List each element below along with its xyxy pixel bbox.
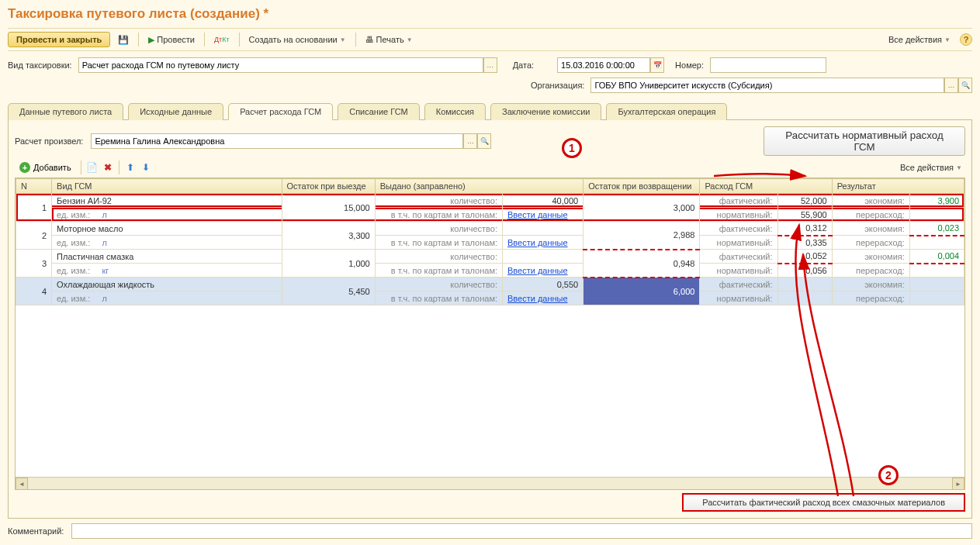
lookup-button[interactable]: …: [483, 57, 497, 73]
calc-normative-button[interactable]: Рассчитать нормативный расход ГСМ: [764, 126, 965, 156]
table-row[interactable]: 3 Пластичная смазка 1,000 количество: 0,…: [16, 250, 964, 264]
cell-n: 4: [16, 278, 52, 305]
cell-name: Пластичная смазка: [52, 250, 282, 264]
col-result[interactable]: Результат: [832, 179, 964, 194]
norm-label: нормативный:: [700, 264, 777, 278]
cell-qty[interactable]: [503, 222, 583, 236]
lookup-button[interactable]: …: [944, 78, 958, 93]
org-input[interactable]: [590, 78, 944, 93]
date-input[interactable]: [557, 57, 650, 73]
cell-eco: 0,004: [909, 250, 964, 264]
scroll-right-button[interactable]: ►: [952, 478, 964, 490]
col-consumption[interactable]: Расход ГСМ: [700, 179, 832, 194]
separator: [204, 33, 205, 47]
cell-rest-back[interactable]: 0,948: [583, 250, 700, 278]
cell-name: Моторное масло: [52, 222, 282, 236]
search-button[interactable]: 🔍: [958, 78, 972, 93]
table-row-sub[interactable]: ед. изм.: л в т.ч. по картам и талонам: …: [16, 208, 964, 222]
overrun-label: перерасход:: [832, 291, 909, 305]
grid[interactable]: N Вид ГСМ Остаток при выезде Выдано (зап…: [15, 178, 965, 490]
search-button[interactable]: 🔍: [477, 133, 491, 149]
tax-type-input[interactable]: [78, 57, 483, 73]
table-row[interactable]: 1 Бензин АИ-92 15,000 количество: 40,000…: [16, 194, 964, 208]
col-issued[interactable]: Выдано (заправлено): [375, 179, 583, 194]
calendar-button[interactable]: 📅: [650, 57, 664, 73]
table-row-sub[interactable]: ед. изм.: л в т.ч. по картам и талонам: …: [16, 291, 964, 305]
col-rest-out[interactable]: Остаток при выезде: [282, 179, 375, 194]
table-row[interactable]: 4 Охлаждающая жидкость 5,450 количество:…: [16, 278, 964, 291]
calendar-icon: 📅: [653, 61, 662, 69]
horizontal-scrollbar[interactable]: ◄ ►: [16, 477, 964, 489]
grid-all-actions-button[interactable]: Все действия ▼: [897, 161, 965, 174]
submit-and-close-button[interactable]: Провести и закрыть: [8, 32, 110, 47]
qty-label: количество:: [375, 250, 502, 264]
submit-button[interactable]: ▶Провести: [145, 33, 198, 47]
economy-label: экономия:: [832, 250, 909, 264]
overrun-label: перерасход:: [832, 236, 909, 250]
number-label: Номер:: [675, 60, 707, 70]
made-by-input[interactable]: [91, 133, 463, 149]
tab-conclusion[interactable]: Заключение комиссии: [490, 103, 601, 120]
dt-kt-button[interactable]: ДтКт: [211, 34, 233, 45]
save-icon-button[interactable]: 💾: [115, 33, 132, 47]
cell-over: [909, 208, 964, 222]
cell-name: Охлаждающая жидкость: [52, 278, 282, 291]
comment-input[interactable]: [71, 523, 972, 539]
create-based-on-button[interactable]: Создать на основании ▼: [246, 33, 349, 46]
help-icon[interactable]: ?: [960, 33, 972, 46]
cell-qty[interactable]: 40,000: [503, 194, 583, 208]
move-up-button[interactable]: ⬆: [124, 161, 137, 174]
cell-qty[interactable]: [503, 250, 583, 264]
main-toolbar: Провести и закрыть 💾 ▶Провести ДтКт Созд…: [8, 28, 972, 51]
overrun-label: перерасход:: [832, 208, 909, 222]
table-row-sub[interactable]: ед. изм.: л в т.ч. по картам и талонам: …: [16, 236, 964, 250]
copy-row-button[interactable]: 📄: [86, 161, 99, 174]
tab-commission[interactable]: Комиссия: [424, 103, 486, 120]
cell-qty[interactable]: 0,550: [503, 278, 583, 291]
enter-data-link[interactable]: Ввести данные: [507, 238, 568, 247]
cell-over: [909, 291, 964, 305]
cell-actual: 0,052: [777, 250, 832, 264]
enter-data-link[interactable]: Ввести данные: [507, 294, 568, 303]
cards-label: в т.ч. по картам и талонам:: [375, 291, 502, 305]
cell-rest-back[interactable]: 2,988: [583, 222, 700, 250]
move-down-button[interactable]: ⬇: [140, 161, 152, 174]
page-title: Таксировка путевого листа (создание) *: [8, 6, 972, 22]
dtkt-icon: ДтКт: [214, 36, 230, 43]
tab-route-data[interactable]: Данные путевого листа: [8, 103, 123, 120]
add-row-button[interactable]: +Добавить: [15, 161, 76, 174]
separator: [355, 33, 356, 47]
print-button[interactable]: 🖶 Печать ▼: [362, 33, 416, 46]
economy-label: экономия:: [832, 278, 909, 291]
tab-content: Расчет произвел: … 🔍 Рассчитать норматив…: [8, 120, 972, 519]
col-n[interactable]: N: [16, 179, 52, 194]
annotation-marker-1: 1: [562, 138, 582, 158]
tab-writeoff[interactable]: Списание ГСМ: [338, 103, 420, 120]
norm-label: нормативный:: [700, 208, 777, 222]
scroll-left-button[interactable]: ◄: [16, 478, 28, 490]
chevron-down-icon: ▼: [407, 36, 413, 43]
all-actions-button[interactable]: Все действия ▼: [885, 33, 954, 46]
qty-label: количество:: [375, 194, 502, 208]
calc-actual-all-button[interactable]: Рассчитать фактический расход всех смазо…: [682, 493, 965, 512]
norm-label: нормативный:: [700, 291, 777, 305]
delete-row-button[interactable]: ✖: [102, 161, 114, 174]
tab-fuel-calc[interactable]: Расчет расхода ГСМ: [228, 103, 333, 120]
lookup-button[interactable]: …: [463, 133, 477, 149]
col-type[interactable]: Вид ГСМ: [52, 179, 282, 194]
enter-data-link[interactable]: Ввести данные: [507, 210, 568, 219]
cell-norm: [777, 291, 832, 305]
tab-source-data[interactable]: Исходные данные: [128, 103, 223, 120]
table-row-sub[interactable]: ед. изм.: кг в т.ч. по картам и талонам:…: [16, 264, 964, 278]
actual-label: фактический:: [700, 278, 777, 291]
cell-rest-back[interactable]: 6,000: [583, 278, 700, 305]
enter-data-link[interactable]: Ввести данные: [507, 266, 568, 275]
economy-label: экономия:: [832, 222, 909, 236]
cell-rest-back[interactable]: 3,000: [583, 194, 700, 222]
number-input[interactable]: [710, 57, 826, 73]
table-row[interactable]: 2 Моторное масло 3,300 количество: 2,988…: [16, 222, 964, 236]
comment-label: Комментарий:: [8, 526, 67, 536]
unit-label: ед. изм.:: [57, 210, 95, 219]
tab-accounting[interactable]: Бухгалтерская операция: [606, 103, 727, 120]
col-rest-back[interactable]: Остаток при возвращении: [583, 179, 700, 194]
